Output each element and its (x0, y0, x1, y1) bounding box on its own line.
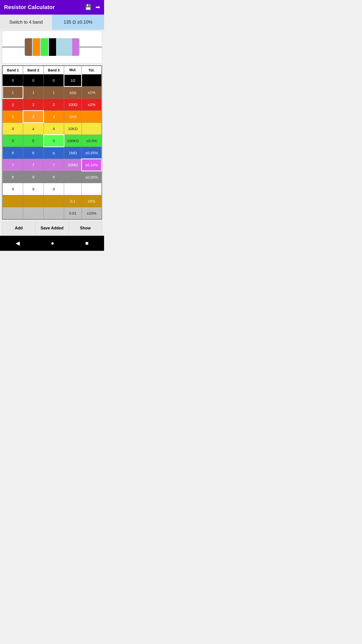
table-row[interactable]: 6661MΩ±0.25% (3, 147, 102, 159)
show-button[interactable]: Show (69, 222, 102, 234)
band3-cell[interactable]: 4 (43, 123, 64, 135)
band3-cell[interactable]: 9 (43, 183, 64, 195)
table-row[interactable]: 222100Ω±2% (3, 99, 102, 111)
band-5 (57, 38, 71, 56)
switch-band-button[interactable]: Switch to 4 band (0, 15, 52, 30)
resistor-table-wrapper: Band 1 Band 2 Band 3 Mul. Tol. 0001Ω1111… (2, 65, 102, 220)
band3-cell[interactable]: 3 (43, 111, 64, 123)
switch-row: Switch to 4 band 135 Ω ±0.10% (0, 15, 104, 30)
band2-cell[interactable]: 8 (23, 171, 43, 183)
exit-icon[interactable]: ➡ (96, 4, 100, 11)
resistor-visual (2, 31, 102, 63)
band3-cell[interactable]: 8 (43, 171, 64, 183)
tol-cell[interactable]: ±0.10% (82, 159, 102, 171)
band3-cell[interactable]: 0 (43, 74, 64, 87)
tol-cell[interactable] (82, 74, 102, 87)
table-row[interactable]: 555100KΩ±0.5% (3, 135, 102, 147)
resistor-table: Band 1 Band 2 Band 3 Mul. Tol. 0001Ω1111… (2, 66, 102, 219)
tol-cell[interactable] (82, 183, 102, 195)
band2-cell[interactable] (23, 195, 43, 207)
tol-cell[interactable]: ±10% (82, 207, 102, 219)
table-row[interactable]: 44410KΩ (3, 123, 102, 135)
band1-cell[interactable]: 0 (3, 74, 23, 87)
tol-cell[interactable]: ±1% (82, 87, 102, 99)
save-icon[interactable]: 💾 (85, 4, 92, 11)
band1-cell[interactable]: 8 (3, 171, 23, 183)
header-icons: 💾 ➡ (85, 4, 100, 11)
value-display: 135 Ω ±0.10% (52, 15, 104, 30)
tol-cell[interactable] (82, 111, 102, 123)
band2-cell[interactable]: 0 (23, 74, 43, 87)
band3-cell[interactable] (43, 195, 64, 207)
band2-cell[interactable]: 6 (23, 147, 43, 159)
band1-cell[interactable]: 3 (3, 111, 23, 123)
band1-cell[interactable]: 4 (3, 123, 23, 135)
mul-cell[interactable]: 10Ω (64, 87, 81, 99)
table-header-row: Band 1 Band 2 Band 3 Mul. Tol. (3, 66, 102, 74)
band-6 (72, 38, 79, 56)
band3-cell[interactable]: 1 (43, 87, 64, 99)
band2-cell[interactable]: 9 (23, 183, 43, 195)
table-row[interactable]: 77710MΩ±0.10% (3, 159, 102, 171)
tol-cell[interactable]: ±0.05% (82, 171, 102, 183)
band1-cell[interactable] (3, 207, 23, 219)
band2-cell[interactable] (23, 207, 43, 219)
resistor-body (24, 38, 80, 56)
mul-cell[interactable]: 10MΩ (64, 159, 81, 171)
mul-cell[interactable]: 10KΩ (64, 123, 81, 135)
table-row[interactable]: 0001Ω (3, 74, 102, 87)
band2-cell[interactable]: 3 (23, 111, 43, 123)
band-4 (49, 38, 56, 56)
table-row[interactable]: 11110Ω±1% (3, 87, 102, 99)
tol-cell[interactable]: ±2% (82, 99, 102, 111)
table-row[interactable]: 0.1±5% (3, 195, 102, 207)
mul-cell[interactable] (64, 171, 81, 183)
mul-cell[interactable]: 1Ω (64, 74, 81, 87)
band-3 (41, 38, 48, 56)
tol-cell[interactable]: ±5% (82, 195, 102, 207)
home-button[interactable]: ● (51, 240, 54, 247)
add-button[interactable]: Add (2, 222, 35, 234)
band3-cell[interactable]: 7 (43, 159, 64, 171)
band1-cell[interactable]: 5 (3, 135, 23, 147)
band1-cell[interactable]: 7 (3, 159, 23, 171)
recent-button[interactable]: ■ (85, 240, 88, 247)
bottom-buttons: Add Save Added Show (2, 222, 102, 235)
mul-cell[interactable]: 100KΩ (64, 135, 81, 147)
mul-cell[interactable]: 0.01 (64, 207, 81, 219)
col-mul: Mul. (64, 66, 81, 74)
app-title: Resistor Calculator (4, 4, 55, 11)
band1-cell[interactable] (3, 195, 23, 207)
tol-cell[interactable]: ±0.5% (82, 135, 102, 147)
band3-cell[interactable]: 6 (43, 147, 64, 159)
table-row[interactable]: 0.01±10% (3, 207, 102, 219)
band2-cell[interactable]: 4 (23, 123, 43, 135)
table-row[interactable]: 888±0.05% (3, 171, 102, 183)
band1-cell[interactable]: 2 (3, 99, 23, 111)
tol-cell[interactable] (82, 123, 102, 135)
table-row[interactable]: 999 (3, 183, 102, 195)
band3-cell[interactable]: 2 (43, 99, 64, 111)
back-button[interactable]: ◀ (16, 240, 20, 247)
mul-cell[interactable]: 1KΩ (64, 111, 81, 123)
app-header: Resistor Calculator 💾 ➡ (0, 0, 104, 15)
mul-cell[interactable]: 1MΩ (64, 147, 81, 159)
band2-cell[interactable]: 2 (23, 99, 43, 111)
col-band1: Band 1 (3, 66, 23, 74)
band1-cell[interactable]: 1 (3, 87, 23, 99)
band2-cell[interactable]: 7 (23, 159, 43, 171)
mul-cell[interactable] (64, 183, 81, 195)
mul-cell[interactable]: 0.1 (64, 195, 81, 207)
band1-cell[interactable]: 6 (3, 147, 23, 159)
tol-cell[interactable]: ±0.25% (82, 147, 102, 159)
band-2 (33, 38, 40, 56)
band3-cell[interactable] (43, 207, 64, 219)
table-row[interactable]: 3331KΩ (3, 111, 102, 123)
band-1 (25, 38, 32, 56)
band1-cell[interactable]: 9 (3, 183, 23, 195)
band2-cell[interactable]: 1 (23, 87, 43, 99)
band3-cell[interactable]: 5 (43, 135, 64, 147)
mul-cell[interactable]: 100Ω (64, 99, 81, 111)
save-added-button[interactable]: Save Added (35, 222, 69, 234)
band2-cell[interactable]: 5 (23, 135, 43, 147)
